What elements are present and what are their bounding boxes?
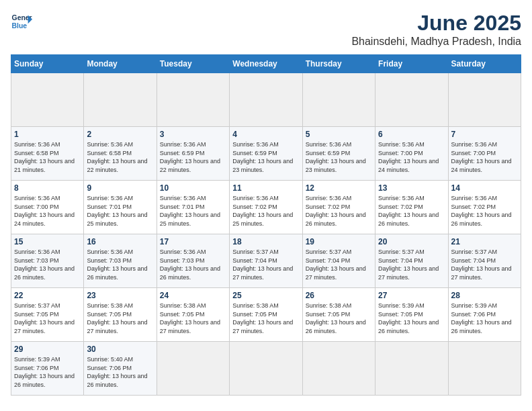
calendar-week-row-0 xyxy=(11,73,521,127)
day-number: 28 xyxy=(451,291,518,300)
calendar-cell: 9Sunrise: 5:36 AMSunset: 7:01 PMDaylight… xyxy=(84,181,157,234)
day-number: 22 xyxy=(14,291,81,300)
day-number: 9 xyxy=(87,183,153,193)
day-number: 29 xyxy=(14,345,81,354)
day-info: Sunrise: 5:39 AMSunset: 7:05 PMDaylight:… xyxy=(378,302,445,335)
day-number: 17 xyxy=(160,237,226,246)
day-info: Sunrise: 5:36 AMSunset: 7:02 PMDaylight:… xyxy=(306,194,372,228)
calendar-cell xyxy=(448,73,521,127)
calendar-cell: 26Sunrise: 5:38 AMSunset: 7:05 PMDayligh… xyxy=(302,288,375,342)
calendar-cell xyxy=(375,342,448,396)
day-info: Sunrise: 5:38 AMSunset: 7:05 PMDaylight:… xyxy=(232,302,299,335)
day-number: 16 xyxy=(87,237,153,246)
calendar-header-row: SundayMondayTuesdayWednesdayThursdayFrid… xyxy=(11,55,521,73)
calendar-cell: 21Sunrise: 5:37 AMSunset: 7:04 PMDayligh… xyxy=(448,234,521,288)
day-number: 2 xyxy=(87,130,153,139)
day-info: Sunrise: 5:37 AMSunset: 7:04 PMDaylight:… xyxy=(306,248,372,281)
day-number: 24 xyxy=(160,291,226,300)
calendar-cell: 22Sunrise: 5:37 AMSunset: 7:05 PMDayligh… xyxy=(11,288,84,342)
day-info: Sunrise: 5:38 AMSunset: 7:05 PMDaylight:… xyxy=(160,302,226,335)
calendar-cell xyxy=(375,73,448,127)
day-info: Sunrise: 5:36 AMSunset: 7:01 PMDaylight:… xyxy=(160,194,226,228)
calendar-cell: 30Sunrise: 5:40 AMSunset: 7:06 PMDayligh… xyxy=(84,342,157,396)
day-number: 7 xyxy=(451,130,518,139)
day-info: Sunrise: 5:36 AMSunset: 7:02 PMDaylight:… xyxy=(232,194,299,228)
day-number: 19 xyxy=(306,237,372,246)
calendar-header-thursday: Thursday xyxy=(302,55,375,73)
calendar-cell: 11Sunrise: 5:36 AMSunset: 7:02 PMDayligh… xyxy=(230,181,302,234)
day-number: 6 xyxy=(378,130,445,139)
day-number: 10 xyxy=(160,183,226,193)
calendar-cell: 24Sunrise: 5:38 AMSunset: 7:05 PMDayligh… xyxy=(157,288,229,342)
day-number: 20 xyxy=(378,237,445,246)
day-info: Sunrise: 5:36 AMSunset: 6:58 PMDaylight:… xyxy=(14,140,81,174)
calendar-cell: 7Sunrise: 5:36 AMSunset: 7:00 PMDaylight… xyxy=(448,127,521,181)
day-info: Sunrise: 5:40 AMSunset: 7:06 PMDaylight:… xyxy=(87,355,153,389)
day-number: 3 xyxy=(160,130,226,139)
day-number: 21 xyxy=(451,237,518,246)
day-number: 8 xyxy=(14,183,81,193)
location-title: Bhainsdehi, Madhya Pradesh, India xyxy=(351,36,521,48)
title-section: June 2025 Bhainsdehi, Madhya Pradesh, In… xyxy=(351,11,521,48)
calendar-cell: 10Sunrise: 5:36 AMSunset: 7:01 PMDayligh… xyxy=(157,181,229,234)
day-number: 25 xyxy=(232,291,299,300)
day-info: Sunrise: 5:36 AMSunset: 7:03 PMDaylight:… xyxy=(87,248,153,281)
calendar-cell: 13Sunrise: 5:36 AMSunset: 7:02 PMDayligh… xyxy=(375,181,448,234)
calendar-cell xyxy=(230,73,302,127)
day-number: 13 xyxy=(378,183,445,193)
calendar-cell: 23Sunrise: 5:38 AMSunset: 7:05 PMDayligh… xyxy=(84,288,157,342)
day-info: Sunrise: 5:36 AMSunset: 7:02 PMDaylight:… xyxy=(451,194,518,228)
day-number: 11 xyxy=(232,183,299,193)
day-number: 5 xyxy=(306,130,372,139)
calendar-cell xyxy=(448,342,521,396)
day-info: Sunrise: 5:37 AMSunset: 7:04 PMDaylight:… xyxy=(232,248,299,281)
day-info: Sunrise: 5:36 AMSunset: 7:00 PMDaylight:… xyxy=(378,140,445,174)
day-number: 23 xyxy=(87,291,153,300)
calendar-cell xyxy=(84,73,157,127)
calendar-cell: 28Sunrise: 5:39 AMSunset: 7:06 PMDayligh… xyxy=(448,288,521,342)
calendar-cell: 12Sunrise: 5:36 AMSunset: 7:02 PMDayligh… xyxy=(302,181,375,234)
day-number: 26 xyxy=(306,291,372,300)
day-number: 14 xyxy=(451,183,518,193)
calendar-header-friday: Friday xyxy=(375,55,448,73)
calendar-cell xyxy=(157,73,229,127)
calendar-cell: 20Sunrise: 5:37 AMSunset: 7:04 PMDayligh… xyxy=(375,234,448,288)
calendar-cell: 3Sunrise: 5:36 AMSunset: 6:59 PMDaylight… xyxy=(157,127,229,181)
calendar-week-row-2: 8Sunrise: 5:36 AMSunset: 7:00 PMDaylight… xyxy=(11,181,521,234)
calendar-header-saturday: Saturday xyxy=(448,55,521,73)
day-info: Sunrise: 5:38 AMSunset: 7:05 PMDaylight:… xyxy=(87,302,153,335)
day-info: Sunrise: 5:36 AMSunset: 7:00 PMDaylight:… xyxy=(14,194,81,228)
day-number: 30 xyxy=(87,345,153,354)
calendar-week-row-4: 22Sunrise: 5:37 AMSunset: 7:05 PMDayligh… xyxy=(11,288,521,342)
day-number: 15 xyxy=(14,237,81,246)
day-info: Sunrise: 5:39 AMSunset: 7:06 PMDaylight:… xyxy=(451,302,518,335)
calendar-cell: 5Sunrise: 5:36 AMSunset: 6:59 PMDaylight… xyxy=(302,127,375,181)
calendar-cell: 14Sunrise: 5:36 AMSunset: 7:02 PMDayligh… xyxy=(448,181,521,234)
day-info: Sunrise: 5:36 AMSunset: 7:01 PMDaylight:… xyxy=(87,194,153,228)
calendar-cell: 27Sunrise: 5:39 AMSunset: 7:05 PMDayligh… xyxy=(375,288,448,342)
day-info: Sunrise: 5:36 AMSunset: 7:02 PMDaylight:… xyxy=(378,194,445,228)
day-info: Sunrise: 5:37 AMSunset: 7:05 PMDaylight:… xyxy=(14,302,81,335)
day-number: 12 xyxy=(306,183,372,193)
calendar-header-sunday: Sunday xyxy=(11,55,84,73)
calendar-cell: 17Sunrise: 5:36 AMSunset: 7:03 PMDayligh… xyxy=(157,234,229,288)
calendar-cell: 6Sunrise: 5:36 AMSunset: 7:00 PMDaylight… xyxy=(375,127,448,181)
header: General Blue June 2025 Bhainsdehi, Madhy… xyxy=(11,11,521,48)
calendar-cell: 8Sunrise: 5:36 AMSunset: 7:00 PMDaylight… xyxy=(11,181,84,234)
logo: General Blue xyxy=(11,11,32,32)
calendar-cell xyxy=(11,73,84,127)
calendar-cell: 25Sunrise: 5:38 AMSunset: 7:05 PMDayligh… xyxy=(230,288,302,342)
svg-text:Blue: Blue xyxy=(12,22,28,30)
day-info: Sunrise: 5:37 AMSunset: 7:04 PMDaylight:… xyxy=(378,248,445,281)
calendar-week-row-5: 29Sunrise: 5:39 AMSunset: 7:06 PMDayligh… xyxy=(11,342,521,396)
day-info: Sunrise: 5:36 AMSunset: 7:03 PMDaylight:… xyxy=(160,248,226,281)
month-title: June 2025 xyxy=(351,11,521,36)
calendar-cell xyxy=(230,342,302,396)
day-info: Sunrise: 5:36 AMSunset: 7:00 PMDaylight:… xyxy=(451,140,518,174)
calendar-week-row-3: 15Sunrise: 5:36 AMSunset: 7:03 PMDayligh… xyxy=(11,234,521,288)
day-info: Sunrise: 5:37 AMSunset: 7:04 PMDaylight:… xyxy=(451,248,518,281)
day-number: 27 xyxy=(378,291,445,300)
calendar-cell: 16Sunrise: 5:36 AMSunset: 7:03 PMDayligh… xyxy=(84,234,157,288)
day-number: 18 xyxy=(232,237,299,246)
calendar-cell: 29Sunrise: 5:39 AMSunset: 7:06 PMDayligh… xyxy=(11,342,84,396)
